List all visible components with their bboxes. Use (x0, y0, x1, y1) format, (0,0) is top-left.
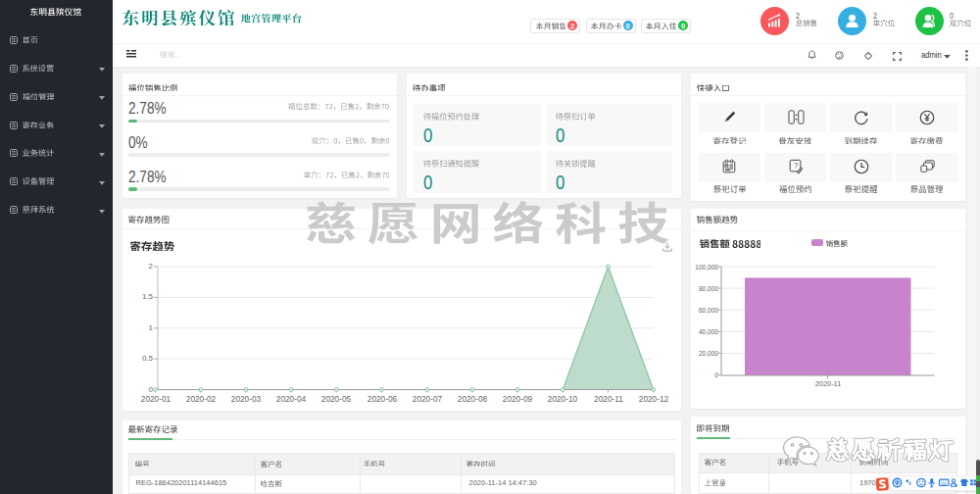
svg-text:?: ? (794, 162, 798, 170)
